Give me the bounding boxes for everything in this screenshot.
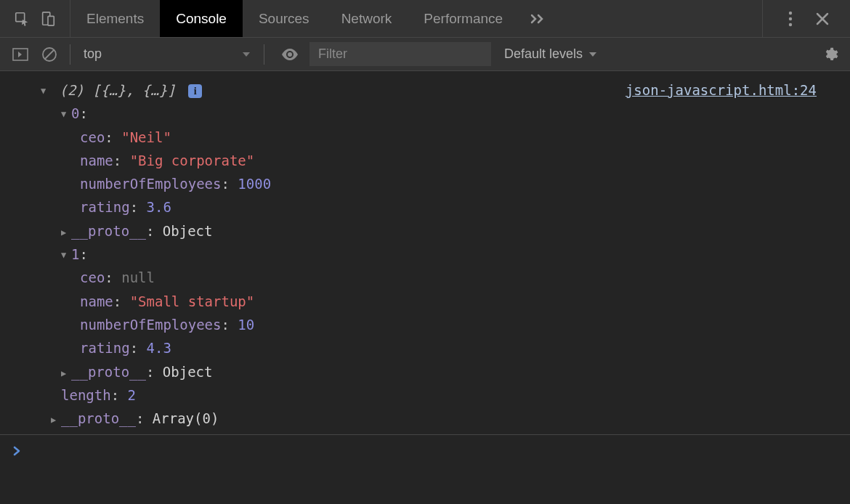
svg-point-4 — [789, 17, 792, 20]
property-row[interactable]: rating: 4.3 — [41, 336, 626, 359]
svg-point-3 — [789, 11, 792, 14]
expand-arrow-icon[interactable]: ▼ — [41, 84, 51, 98]
array-summary[interactable]: (2) [{…}, {…}] — [59, 82, 184, 98]
array-proto-row[interactable]: ▶__proto__: Array(0) — [41, 407, 626, 430]
tab-elements[interactable]: Elements — [70, 0, 160, 37]
console-toolbar: top Default levels — [0, 38, 850, 71]
gear-icon[interactable] — [822, 46, 838, 62]
expand-arrow-icon[interactable]: ▼ — [61, 248, 71, 262]
toolbar-divider — [264, 44, 264, 65]
expand-arrow-icon[interactable]: ▶ — [61, 225, 71, 240]
right-icon-group — [762, 0, 850, 37]
expand-arrow-icon[interactable]: ▼ — [61, 107, 71, 121]
overflow-tabs-icon[interactable] — [519, 0, 556, 37]
property-row[interactable]: numberOfEmployees: 10 — [41, 313, 626, 336]
property-row[interactable]: rating: 3.6 — [41, 195, 626, 219]
svg-point-5 — [789, 23, 792, 25]
tab-icon-group — [0, 0, 70, 37]
live-expression-icon[interactable] — [280, 48, 299, 61]
property-row[interactable]: ceo: null — [41, 266, 626, 289]
console-prompt[interactable] — [0, 434, 850, 469]
levels-label: Default levels — [504, 46, 583, 62]
tab-console[interactable]: Console — [160, 0, 243, 37]
toggle-sidebar-icon[interactable] — [10, 44, 31, 65]
expand-arrow-icon[interactable]: ▶ — [51, 412, 61, 427]
property-row[interactable]: name: "Small startup" — [41, 290, 626, 313]
proto-row[interactable]: ▶__proto__: Object — [41, 360, 626, 383]
device-toggle-icon[interactable] — [38, 9, 58, 29]
devtools-tabs: Elements Console Sources Network Perform… — [0, 0, 850, 38]
tab-performance[interactable]: Performance — [408, 0, 519, 37]
toolbar-divider — [70, 44, 70, 65]
close-icon[interactable] — [811, 7, 834, 31]
expand-arrow-icon[interactable]: ▶ — [61, 366, 71, 381]
property-row[interactable]: ceo: "Neil" — [41, 126, 626, 149]
filter-input[interactable] — [309, 42, 491, 66]
context-label: top — [84, 46, 102, 62]
chevron-down-icon — [242, 52, 251, 57]
chevron-down-icon — [588, 52, 597, 57]
tab-sources[interactable]: Sources — [243, 0, 325, 37]
property-row[interactable]: name: "Big corporate" — [41, 149, 626, 172]
tab-network[interactable]: Network — [325, 0, 408, 37]
proto-row[interactable]: ▶__proto__: Object — [41, 219, 626, 243]
object-index[interactable]: 0 — [71, 105, 79, 121]
more-options-icon[interactable] — [779, 7, 802, 31]
inspect-element-icon[interactable] — [12, 9, 32, 29]
console-output: ▼ (2) [{…}, {…}] i ▼0: ceo: "Neil" name:… — [0, 71, 850, 469]
property-row[interactable]: numberOfEmployees: 1000 — [41, 172, 626, 195]
source-link[interactable]: json-javascript.html:24 — [626, 78, 837, 430]
info-badge-icon[interactable]: i — [188, 84, 202, 98]
log-levels-selector[interactable]: Default levels — [491, 46, 610, 62]
clear-console-icon[interactable] — [39, 44, 60, 65]
length-row[interactable]: length: 2 — [41, 383, 626, 407]
svg-rect-2 — [48, 16, 54, 25]
svg-point-8 — [288, 52, 292, 57]
tab-list: Elements Console Sources Network Perform… — [70, 0, 762, 37]
object-index[interactable]: 1 — [71, 246, 79, 262]
context-selector[interactable]: top — [76, 46, 258, 62]
